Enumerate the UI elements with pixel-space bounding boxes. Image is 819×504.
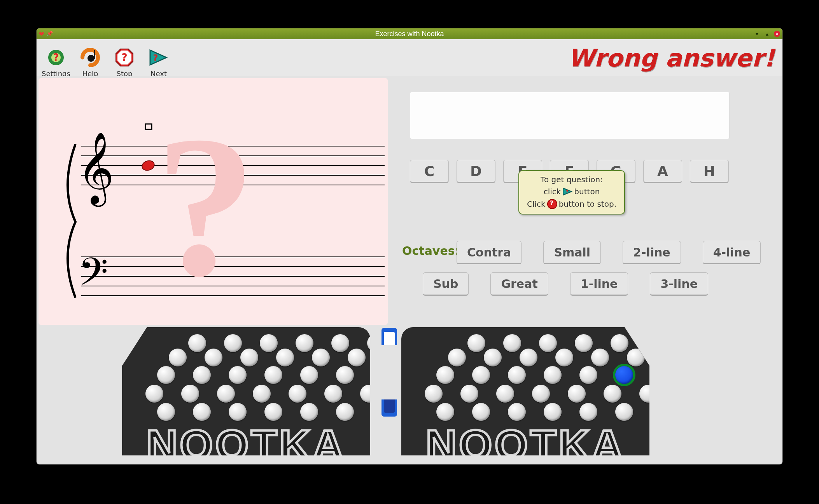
bandoneon-button[interactable] bbox=[460, 385, 478, 403]
note-button-h[interactable]: H bbox=[690, 160, 729, 183]
bandoneon-button[interactable] bbox=[193, 403, 211, 421]
bandoneon-button[interactable] bbox=[425, 385, 443, 403]
treble-clef-icon: 𝄞 bbox=[77, 133, 114, 207]
bandoneon-button[interactable] bbox=[331, 334, 349, 352]
bandoneon-logo: NOOTKA bbox=[401, 420, 649, 455]
bandoneon-button[interactable] bbox=[604, 385, 621, 403]
bandoneon-button[interactable] bbox=[312, 349, 330, 366]
bandoneon-button[interactable] bbox=[579, 403, 597, 421]
bandoneon-button[interactable] bbox=[157, 403, 175, 421]
bandoneon-button[interactable] bbox=[503, 334, 521, 352]
bandoneon-button[interactable] bbox=[436, 366, 454, 384]
bandoneon-button[interactable] bbox=[367, 334, 370, 352]
pin-icon[interactable]: 📌 bbox=[46, 30, 53, 38]
bandoneon-button[interactable] bbox=[639, 385, 649, 403]
octave-button-4line[interactable]: 4-line bbox=[703, 241, 761, 264]
bandoneon-button[interactable] bbox=[229, 403, 247, 421]
bandoneon-button[interactable] bbox=[336, 366, 354, 384]
bandoneon-right[interactable]: NOOTKA bbox=[401, 327, 649, 455]
bandoneon-button[interactable] bbox=[264, 403, 282, 421]
bandoneon-button[interactable] bbox=[240, 349, 258, 366]
note-button-c[interactable]: C bbox=[410, 160, 449, 183]
stop-button[interactable]: ? Stop bbox=[107, 46, 142, 78]
bandoneon-button[interactable] bbox=[615, 366, 633, 384]
hint-tooltip: To get question: click ? button Click bu… bbox=[518, 170, 625, 215]
bandoneon-button[interactable] bbox=[300, 403, 318, 421]
bandoneon-button[interactable] bbox=[508, 403, 526, 421]
minimize-button[interactable]: ▾ bbox=[754, 31, 760, 37]
octave-button-sub[interactable]: Sub bbox=[423, 272, 469, 296]
question-note bbox=[141, 159, 156, 172]
octave-button-1line[interactable]: 1-line bbox=[570, 272, 628, 296]
bandoneon-button[interactable] bbox=[496, 385, 514, 403]
play-question-icon: ? bbox=[562, 187, 572, 197]
bass-clef-icon: 𝄢 bbox=[78, 251, 108, 303]
bandoneon-button[interactable] bbox=[289, 385, 306, 403]
bandoneon-button[interactable] bbox=[169, 349, 187, 366]
octave-row-1: Contra Small 2-line 4-line bbox=[457, 241, 761, 264]
bandoneon-button[interactable] bbox=[157, 366, 175, 384]
bandoneon-button[interactable] bbox=[467, 334, 485, 352]
bandoneon-button[interactable] bbox=[611, 334, 628, 352]
bandoneon-button[interactable] bbox=[296, 334, 313, 352]
bandoneon-button[interactable] bbox=[193, 366, 211, 384]
bandoneon-button[interactable] bbox=[217, 385, 235, 403]
help-button[interactable]: Help bbox=[73, 46, 107, 78]
bandoneon-button[interactable] bbox=[188, 334, 206, 352]
bandoneon-button[interactable] bbox=[555, 349, 573, 366]
bandoneon-button[interactable] bbox=[205, 349, 222, 366]
bandoneon-button[interactable] bbox=[260, 334, 278, 352]
svg-text:?: ? bbox=[566, 189, 568, 194]
answer-display bbox=[410, 92, 730, 139]
note-button-d[interactable]: D bbox=[457, 160, 495, 183]
next-button[interactable]: ? Next bbox=[142, 46, 176, 78]
bandoneon-button[interactable] bbox=[472, 403, 490, 421]
octave-button-2line[interactable]: 2-line bbox=[623, 241, 681, 264]
bandoneon-button[interactable] bbox=[591, 349, 609, 366]
bandoneon-button[interactable] bbox=[324, 385, 342, 403]
bandoneon-button[interactable] bbox=[646, 334, 649, 352]
bandoneon-button[interactable] bbox=[484, 349, 502, 366]
bandoneon-button[interactable] bbox=[472, 366, 490, 384]
bandoneon-button[interactable] bbox=[300, 366, 318, 384]
close-button[interactable]: ✕ bbox=[774, 31, 780, 37]
bandoneon-button[interactable] bbox=[544, 366, 562, 384]
bandoneon-button[interactable] bbox=[448, 349, 466, 366]
bandoneon-button[interactable] bbox=[532, 385, 550, 403]
settings-button[interactable]: ? Settings bbox=[39, 46, 73, 78]
bandoneon-button[interactable] bbox=[145, 385, 163, 403]
bandoneon-button[interactable] bbox=[264, 366, 282, 384]
octave-button-contra[interactable]: Contra bbox=[457, 241, 522, 264]
bandoneon-button[interactable] bbox=[579, 366, 597, 384]
bandoneon-button[interactable] bbox=[520, 349, 537, 366]
octave-button-3line[interactable]: 3-line bbox=[650, 272, 708, 296]
svg-marker-8 bbox=[150, 50, 166, 65]
bandoneon-button[interactable] bbox=[568, 385, 586, 403]
bandoneon-button[interactable] bbox=[508, 366, 526, 384]
bandoneon-button[interactable] bbox=[229, 366, 247, 384]
favorite-icon[interactable]: ❤ bbox=[39, 30, 44, 38]
octave-button-great[interactable]: Great bbox=[490, 272, 548, 296]
octave-button-small[interactable]: Small bbox=[543, 241, 601, 264]
bellows-open-icon[interactable] bbox=[382, 328, 397, 345]
bandoneon-button[interactable] bbox=[181, 385, 199, 403]
score-panel[interactable]: ? bbox=[38, 78, 388, 325]
bellows-close-icon[interactable] bbox=[382, 399, 397, 417]
svg-text:?: ? bbox=[53, 52, 59, 63]
maximize-button[interactable]: ▴ bbox=[764, 31, 770, 37]
bandoneon-left[interactable]: NOOTKA bbox=[122, 327, 370, 455]
bandoneon-button[interactable] bbox=[348, 349, 366, 366]
bandoneon-button[interactable] bbox=[539, 334, 557, 352]
bandoneon-button[interactable] bbox=[276, 349, 294, 366]
bandoneon-button[interactable] bbox=[544, 403, 562, 421]
note-button-a[interactable]: A bbox=[643, 160, 682, 183]
bandoneon-button[interactable] bbox=[575, 334, 593, 352]
bandoneon-button[interactable] bbox=[627, 349, 645, 366]
bandoneon-button[interactable] bbox=[436, 403, 454, 421]
bandoneon-button[interactable] bbox=[224, 334, 242, 352]
bandoneon-button[interactable] bbox=[615, 403, 633, 421]
answer-status: Wrong answer! bbox=[568, 44, 775, 72]
bandoneon-button[interactable] bbox=[336, 403, 354, 421]
bandoneon-button[interactable] bbox=[360, 385, 370, 403]
bandoneon-button[interactable] bbox=[253, 385, 271, 403]
